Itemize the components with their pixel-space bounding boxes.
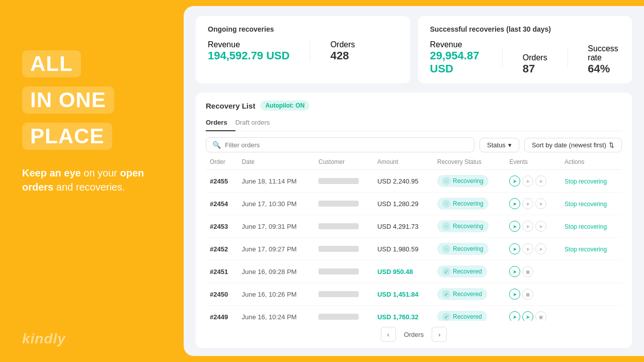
status-icon: ··· [442, 200, 450, 208]
col-amount: Amount [373, 158, 433, 170]
order-customer [314, 170, 373, 193]
list-header: Recovery List Autopilot: ON [206, 101, 622, 111]
event-icon-muted: ➤ [522, 243, 533, 254]
order-customer [314, 215, 373, 238]
col-events: Events [505, 158, 560, 170]
order-recovery-status: ✓Recovered [433, 260, 505, 283]
send-icon: ➤ [509, 243, 520, 254]
event-icon-muted: ➤ [522, 198, 533, 209]
stop-recovering-button[interactable]: Stop recovering [565, 246, 607, 253]
order-actions[interactable]: Stop recovering [560, 238, 622, 260]
ongoing-orders-label: Orders [331, 40, 355, 49]
event-icon-muted: ➤ [535, 221, 546, 232]
status-icon: ✓ [442, 313, 450, 321]
event-icon-muted: ➤ [522, 175, 533, 187]
order-date: June 18, 11:14 PM [238, 170, 314, 193]
order-amount: USD 2,240.95 [373, 170, 433, 193]
success-rate-label: Success rate [588, 44, 618, 62]
stats-row: Ongoing recoveries Revenue 194,592.79 US… [196, 16, 632, 83]
order-amount: USD 4,291.73 [373, 215, 433, 238]
status-icon: ✓ [442, 267, 450, 276]
order-events: ➤➤➤ [505, 193, 560, 215]
send-icon: ➤ [509, 289, 520, 300]
ongoing-revenue-label: Revenue [208, 40, 240, 49]
status-filter-button[interactable]: Status ▾ [479, 138, 519, 152]
search-box[interactable]: 🔍 [206, 137, 474, 152]
search-input[interactable] [225, 141, 468, 149]
prev-page-button[interactable]: ‹ [381, 327, 396, 342]
sort-label: Sort by date (newest first) [532, 141, 606, 149]
send-icon: ➤ [509, 198, 520, 209]
order-date: June 16, 09:28 PM [238, 260, 314, 283]
tabs: Orders Draft orders [206, 116, 622, 131]
successful-revenue-value: 29,954.87 USD [430, 49, 482, 75]
order-customer [314, 260, 373, 283]
status-icon: ··· [442, 177, 450, 185]
order-customer [314, 306, 373, 321]
successful-orders-label: Orders [523, 53, 547, 62]
stop-recovering-button[interactable]: Stop recovering [565, 201, 607, 208]
order-actions [560, 260, 622, 283]
order-amount: USD 1,451.84 [373, 283, 433, 306]
status-icon: ··· [442, 245, 450, 253]
successful-recoveries-card: Successful recoveries (last 30 days) Rev… [418, 16, 632, 83]
ongoing-recoveries-card: Ongoing recoveries Revenue 194,592.79 US… [196, 16, 410, 83]
table-row: #2454June 17, 10:30 PMUSD 1,280.29···Rec… [206, 193, 622, 215]
col-customer: Customer [314, 158, 373, 170]
col-actions: Actions [560, 158, 622, 170]
order-amount: USD 1,280.29 [373, 193, 433, 215]
ongoing-revenue-value: 194,592.79 USD [208, 49, 290, 62]
pagination: ‹ Orders › [206, 327, 622, 342]
status-icon: ✓ [442, 290, 450, 298]
status-text: Recovering [453, 177, 484, 185]
block-icon: ◼ [522, 266, 533, 277]
autopilot-badge: Autopilot: ON [260, 101, 309, 111]
order-recovery-status: ···Recovering [433, 238, 505, 260]
headline-line-2: IN ONE [22, 86, 114, 114]
order-events: ➤➤➤ [505, 170, 560, 193]
order-recovery-status: ···Recovering [433, 215, 505, 238]
order-actions [560, 283, 622, 306]
order-actions [560, 306, 622, 321]
table-row: #2455June 18, 11:14 PMUSD 2,240.95···Rec… [206, 170, 622, 193]
success-rate-value: 64% [588, 62, 620, 75]
send-icon-2: ➤ [522, 311, 533, 321]
col-order: Order [206, 158, 238, 170]
order-id: #2455 [206, 170, 238, 193]
recovery-list-section: Recovery List Autopilot: ON Orders Draft… [196, 93, 632, 348]
right-panel: Ongoing recoveries Revenue 194,592.79 US… [184, 6, 644, 356]
next-page-button[interactable]: › [432, 327, 447, 342]
order-recovery-status: ···Recovering [433, 170, 505, 193]
search-icon: 🔍 [212, 141, 221, 149]
status-text: Recovering [453, 223, 484, 230]
order-id: #2451 [206, 260, 238, 283]
order-actions[interactable]: Stop recovering [560, 215, 622, 238]
status-filter-label: Status [487, 141, 506, 149]
order-actions[interactable]: Stop recovering [560, 170, 622, 193]
list-title: Recovery List [206, 102, 255, 110]
order-customer [314, 283, 373, 306]
ongoing-orders-value: 428 [331, 49, 355, 62]
event-icon-muted: ➤ [535, 243, 546, 254]
left-panel: ALL IN ONE PLACE Keep an eye on your ope… [0, 0, 184, 362]
tab-draft-orders[interactable]: Draft orders [235, 116, 278, 131]
stop-recovering-button[interactable]: Stop recovering [565, 223, 607, 230]
tab-orders[interactable]: Orders [206, 116, 235, 131]
sort-button[interactable]: Sort by date (newest first) ⇅ [524, 138, 622, 152]
status-icon: ··· [442, 222, 450, 230]
order-recovery-status: ✓Recovered [433, 306, 505, 321]
order-actions[interactable]: Stop recovering [560, 193, 622, 215]
status-text: Recovering [453, 200, 484, 207]
order-id: #2449 [206, 306, 238, 321]
send-icon: ➤ [509, 266, 520, 277]
order-events: ➤➤➤ [505, 215, 560, 238]
headline-text-3: PLACE [30, 124, 104, 148]
headline-block: ALL IN ONE PLACE Keep an eye on your ope… [22, 50, 164, 194]
successful-orders-value: 87 [523, 62, 547, 75]
status-text: Recovered [453, 313, 482, 320]
subtext: Keep an eye on your open orders and reco… [22, 166, 164, 194]
ongoing-title: Ongoing recoveries [208, 25, 398, 33]
stop-recovering-button[interactable]: Stop recovering [565, 178, 607, 185]
order-recovery-status: ···Recovering [433, 193, 505, 215]
order-date: June 17, 10:30 PM [238, 193, 314, 215]
